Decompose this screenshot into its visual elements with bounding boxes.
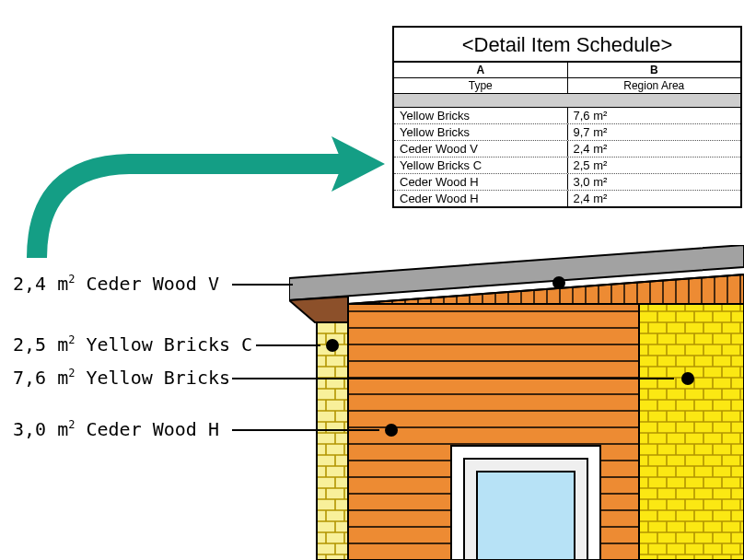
table-row: Yellow Bricks 9,7 m² xyxy=(394,124,740,141)
table-row: Yellow Bricks 7,6 m² xyxy=(394,108,740,124)
region-marker-dot xyxy=(681,372,694,385)
cell-area: 7,6 m² xyxy=(568,108,741,123)
table-row: Ceder Wood H 2,4 m² xyxy=(394,191,740,206)
table-row: Ceder Wood V 2,4 m² xyxy=(394,141,740,158)
detail-item-schedule: <Detail Item Schedule> A B Type Region A… xyxy=(392,26,742,208)
diagram-canvas: <Detail Item Schedule> A B Type Region A… xyxy=(0,0,744,560)
svg-rect-8 xyxy=(477,472,575,560)
cell-type: Yellow Bricks xyxy=(394,124,568,140)
region-marker-dot xyxy=(552,276,565,289)
label-yellow-bricks-c: 2,5 m2 Yellow Bricks C xyxy=(13,333,252,356)
schedule-column-letters: A B xyxy=(394,63,740,78)
leader-line xyxy=(232,284,293,286)
region-yellow-bricks-c xyxy=(317,322,348,560)
cell-type: Yellow Bricks xyxy=(394,108,568,123)
schedule-col-b: B xyxy=(568,63,741,77)
cell-type: Ceder Wood V xyxy=(394,141,568,157)
label-yellow-bricks: 7,6 m2 Yellow Bricks xyxy=(13,367,230,389)
cell-area: 9,7 m² xyxy=(568,124,741,140)
eave-trim xyxy=(289,297,348,322)
schedule-header-area: Region Area xyxy=(568,78,741,93)
schedule-col-a: A xyxy=(394,63,568,77)
region-yellow-bricks xyxy=(639,304,744,560)
table-row: Yellow Bricks C 2,5 m² xyxy=(394,158,740,174)
table-row: Ceder Wood H 3,0 m² xyxy=(394,174,740,191)
cell-area: 2,4 m² xyxy=(568,141,741,157)
region-marker-dot xyxy=(385,424,398,437)
window xyxy=(451,446,600,560)
label-ceder-wood-v: 2,4 m2 Ceder Wood V xyxy=(13,273,219,295)
schedule-header-type: Type xyxy=(394,78,568,93)
elevation-drawing xyxy=(289,245,744,560)
cell-type: Ceder Wood H xyxy=(394,191,568,206)
schedule-title: <Detail Item Schedule> xyxy=(394,28,740,63)
leader-line xyxy=(232,378,674,379)
leader-line xyxy=(232,429,379,431)
cell-type: Ceder Wood H xyxy=(394,174,568,190)
leader-line xyxy=(256,344,320,346)
region-marker-dot xyxy=(326,339,339,352)
cell-type: Yellow Bricks C xyxy=(394,158,568,173)
schedule-spacer xyxy=(394,94,740,108)
label-ceder-wood-h: 3,0 m2 Ceder Wood H xyxy=(13,418,219,440)
schedule-column-headers: Type Region Area xyxy=(394,78,740,94)
cell-area: 2,4 m² xyxy=(568,191,741,206)
cell-area: 2,5 m² xyxy=(568,158,741,173)
cell-area: 3,0 m² xyxy=(568,174,741,190)
